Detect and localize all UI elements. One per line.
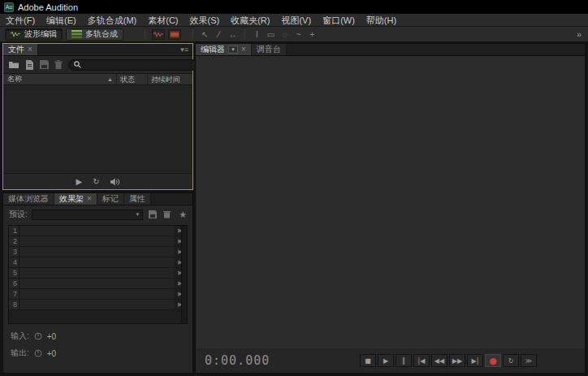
files-panel: 文件 × ▾≡ [2, 43, 193, 190]
play-button[interactable]: ▶ [378, 354, 394, 367]
rack-slot-row[interactable]: 4 ▶ [9, 257, 187, 268]
column-status[interactable]: 状态 [116, 74, 147, 84]
time-selection-tool-button[interactable]: I [250, 28, 264, 41]
trash-icon[interactable] [54, 60, 63, 70]
slot-area[interactable] [19, 289, 174, 299]
multitrack-button[interactable]: 多轨合成 [66, 28, 123, 41]
rack-slot-row[interactable]: 1 ▶ [9, 226, 187, 236]
editor-panel: 编辑器 ▼ × 调音台 0:00.000 ■ ▶ ‖ |◀ ◀◀ ▶▶ ▶| ●… [195, 43, 586, 374]
preview-play-icon[interactable]: ▶ [76, 177, 82, 186]
output-gain-value[interactable]: +0 [47, 349, 56, 358]
menu-edit[interactable]: 编辑(E) [41, 14, 82, 27]
marquee-selection-tool-button[interactable]: ▭ [264, 28, 278, 41]
time-display[interactable]: 0:00.000 [205, 353, 270, 368]
preset-label: 预设: [9, 209, 28, 220]
editor-canvas[interactable] [196, 56, 585, 348]
save-icon[interactable] [40, 60, 49, 70]
lasso-selection-tool-button[interactable]: ◌ [278, 28, 292, 41]
menu-multitrack[interactable]: 多轨合成(M) [82, 14, 143, 27]
chevron-down-icon: ▾ [136, 211, 140, 218]
skip-selection-button[interactable]: ≫ [521, 354, 537, 367]
save-preset-icon[interactable] [147, 210, 158, 219]
move-tool-button[interactable]: ↖ [198, 28, 212, 41]
move-to-previous-button[interactable]: |◀ [413, 354, 430, 367]
preset-row: 预设: ▾ ★ [3, 205, 192, 223]
slot-area[interactable] [19, 226, 174, 236]
files-tabbar: 文件 × ▾≡ [3, 44, 192, 56]
rack-slot-row[interactable]: 5 ▶ [9, 268, 187, 279]
column-duration[interactable]: 持续时间 [147, 74, 192, 84]
input-gain-value[interactable]: +0 [47, 332, 56, 341]
tab-mixer[interactable]: 调音台 [252, 44, 287, 55]
menu-view[interactable]: 视图(V) [275, 14, 317, 27]
show-spectral-icon[interactable] [168, 29, 181, 40]
menu-favorites[interactable]: 收藏夹(R) [225, 14, 275, 27]
sort-ascending-icon[interactable]: ▲ [107, 76, 113, 82]
multitrack-icon [71, 30, 82, 38]
tab-properties[interactable]: 属性 [124, 193, 151, 205]
menu-file[interactable]: 文件(F) [0, 14, 41, 27]
tab-effects-rack[interactable]: 效果架 × [54, 193, 97, 205]
stop-button[interactable]: ■ [360, 354, 376, 367]
files-list[interactable] [3, 85, 192, 173]
slot-area[interactable] [19, 279, 174, 288]
files-toolbar [3, 56, 192, 74]
preset-select[interactable]: ▾ [32, 210, 143, 220]
slot-number: 5 [9, 268, 19, 278]
favorite-star-icon[interactable]: ★ [179, 210, 187, 220]
rack-slot-row[interactable]: 7 ▶ [9, 289, 187, 300]
slip-tool-button[interactable]: ↔ [226, 28, 240, 41]
loop-preview-icon[interactable]: ↻ [93, 177, 99, 186]
search-box [68, 59, 197, 71]
tab-media-browser[interactable]: 媒体浏览器 [3, 193, 54, 205]
close-icon[interactable]: × [28, 45, 32, 54]
auto-play-speaker-icon[interactable] [110, 178, 120, 186]
panel-menu-icon[interactable]: ▾≡ [180, 44, 192, 55]
delete-preset-icon[interactable] [162, 210, 172, 219]
close-icon[interactable]: × [241, 45, 246, 54]
rack-slot-row[interactable]: 8 ▶ [9, 300, 187, 310]
tab-markers[interactable]: 标记 [97, 193, 124, 205]
app-window: Au Adobe Audition 文件(F) 编辑(E) 多轨合成(M) 素材… [0, 0, 588, 376]
record-button[interactable]: ● [485, 354, 501, 367]
waveform-editor-button[interactable]: 波形编辑 [5, 28, 63, 41]
import-file-icon[interactable] [25, 60, 34, 70]
paintbrush-tool-button[interactable]: ~ [292, 28, 305, 41]
tab-editor[interactable]: 编辑器 ▼ × [196, 44, 252, 55]
slot-area[interactable] [19, 257, 174, 267]
open-file-icon[interactable] [9, 60, 19, 70]
rewind-button[interactable]: ◀◀ [431, 354, 447, 367]
move-to-next-button[interactable]: ▶| [467, 354, 483, 367]
slot-area[interactable] [19, 236, 174, 246]
editor-dropdown-icon[interactable]: ▼ [228, 45, 238, 54]
toolbar-separator [192, 29, 193, 40]
spot-healing-tool-button[interactable]: + [305, 28, 319, 41]
tab-files[interactable]: 文件 × [3, 44, 38, 55]
scrollbar[interactable] [181, 226, 187, 323]
show-waveform-icon[interactable] [152, 29, 165, 40]
fast-forward-button[interactable]: ▶▶ [449, 354, 465, 367]
rack-slot-row[interactable]: 6 ▶ [9, 279, 187, 289]
files-column-header: 名称 ▲ 状态 持续时间 [3, 74, 192, 85]
menu-clip[interactable]: 素材(C) [142, 14, 184, 27]
razor-tool-button[interactable]: ⁄ [212, 28, 226, 41]
rack-slot-row[interactable]: 3 ▶ [9, 247, 187, 257]
slot-area[interactable] [19, 300, 174, 309]
menu-bar: 文件(F) 编辑(E) 多轨合成(M) 素材(C) 效果(S) 收藏夹(R) 视… [0, 14, 588, 27]
search-input[interactable] [84, 60, 192, 69]
close-icon[interactable]: × [87, 195, 92, 203]
rack-slot-row[interactable]: 2 ▶ [9, 236, 187, 247]
slot-area[interactable] [19, 268, 174, 278]
files-footer: ▶ ↻ [3, 173, 192, 189]
loop-playback-button[interactable]: ↻ [503, 354, 519, 367]
output-label: 输出: [11, 348, 29, 359]
slot-area[interactable] [19, 247, 174, 257]
output-row: 输出: +0 [11, 348, 185, 359]
column-name[interactable]: 名称 ▲ [3, 74, 116, 84]
toolbar-overflow-icon[interactable]: » [577, 29, 583, 39]
tab-editor-label: 编辑器 [201, 44, 225, 55]
menu-window[interactable]: 窗口(W) [317, 14, 361, 27]
menu-help[interactable]: 帮助(H) [361, 14, 402, 27]
pause-button[interactable]: ‖ [396, 354, 412, 367]
menu-effects[interactable]: 效果(S) [184, 14, 226, 27]
